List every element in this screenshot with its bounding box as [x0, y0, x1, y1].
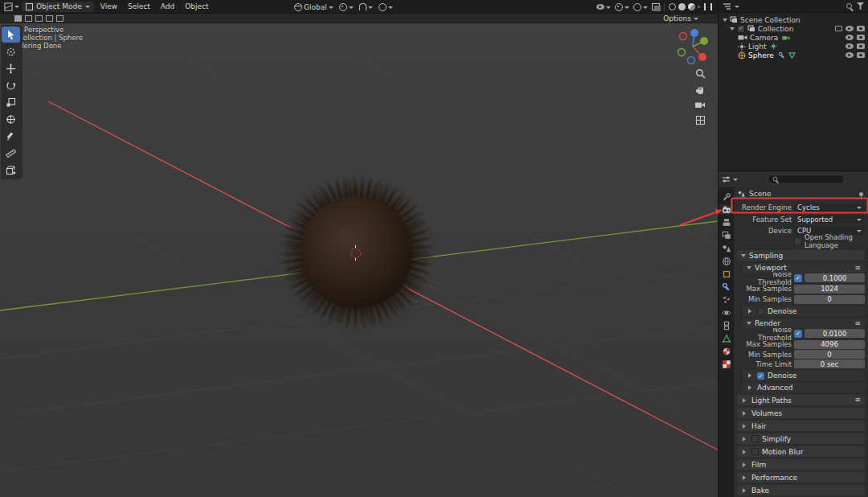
feature-set-dropdown[interactable]: Supported [794, 215, 865, 224]
panel-sampling[interactable]: Sampling [737, 250, 865, 261]
object-visibility-dropdown[interactable] [596, 3, 611, 11]
panel-performance[interactable]: Performance [737, 472, 865, 483]
motion-blur-checkbox[interactable] [751, 448, 759, 455]
gizmo-z-neg[interactable] [688, 57, 695, 64]
select-mode-new-button[interactable] [14, 15, 22, 22]
pivot-point-dropdown[interactable] [339, 3, 354, 11]
panel-film[interactable]: Film [737, 459, 865, 470]
vp-denoise-checkbox[interactable] [757, 308, 764, 315]
shading-rendered-button[interactable] [698, 6, 700, 8]
move-view-hand-icon[interactable] [695, 84, 706, 95]
tab-tool[interactable] [719, 191, 733, 202]
preset-menu-icon[interactable]: ≡ [854, 396, 861, 404]
panel-sampling-viewport[interactable]: Viewport ≡ [743, 263, 865, 273]
panel-simplify[interactable]: Simplify [737, 433, 865, 444]
shading-wireframe-button[interactable] [669, 3, 676, 10]
camera-visibility-icon[interactable] [857, 43, 865, 49]
editor-type-selector[interactable] [4, 2, 19, 11]
tool-transform[interactable] [2, 111, 20, 127]
mode-dropdown[interactable]: Object Mode [22, 2, 94, 12]
show-gizmo-dropdown[interactable] [615, 3, 629, 11]
tool-select-box[interactable] [2, 27, 20, 43]
tool-move[interactable] [2, 60, 20, 76]
tool-rotate[interactable] [2, 77, 20, 93]
properties-search-input[interactable] [768, 175, 845, 184]
osl-checkbox[interactable] [794, 237, 802, 245]
search-icon[interactable] [845, 2, 854, 10]
panel-light-paths[interactable]: Light Paths ≡ [737, 395, 865, 405]
tab-constraints[interactable] [719, 320, 733, 331]
preset-menu-icon[interactable]: ≡ [854, 265, 861, 272]
shading-solid-button[interactable] [678, 3, 686, 10]
snapping-dropdown[interactable] [359, 3, 373, 11]
outliner-row-sphere[interactable]: Sphere [719, 51, 868, 60]
tab-object[interactable] [719, 269, 733, 279]
pause-icon[interactable] [704, 3, 712, 10]
gizmo-z-axis[interactable] [690, 29, 698, 37]
r-noise-value-field[interactable]: 0.0100 [805, 329, 865, 338]
select-mode-invert-button[interactable] [46, 15, 53, 22]
eye-icon[interactable] [845, 26, 854, 31]
outliner-row-collection[interactable]: ✓ Collection [719, 24, 868, 33]
panel-hair[interactable]: Hair [737, 421, 865, 431]
tab-render[interactable] [719, 204, 733, 215]
panel-viewport-denoise[interactable]: Denoise [743, 306, 865, 316]
tab-world[interactable] [719, 256, 733, 266]
toggle-xray-button[interactable] [652, 3, 660, 10]
tab-view-layer[interactable] [719, 230, 733, 240]
select-mode-subtract-button[interactable] [35, 15, 43, 22]
transform-orientation-dropdown[interactable]: Global [294, 3, 334, 11]
panel-advanced[interactable]: Advanced [743, 383, 865, 392]
camera-visibility-icon[interactable] [857, 26, 865, 31]
r-denoise-checkbox[interactable]: ✓ [757, 372, 764, 380]
tool-annotate[interactable] [2, 128, 20, 144]
gizmo-x-neg[interactable] [680, 33, 687, 40]
vp-min-samples-field[interactable]: 0 [794, 295, 865, 304]
vp-max-samples-field[interactable]: 1024 [794, 285, 865, 294]
render-engine-dropdown[interactable]: Cycles [794, 203, 865, 212]
tab-scene[interactable] [719, 243, 733, 253]
tab-particles[interactable] [719, 294, 733, 305]
panel-sampling-render[interactable]: Render ≡ [743, 318, 865, 328]
gizmo-x-axis[interactable] [698, 53, 706, 61]
select-mode-extend-button[interactable] [25, 15, 32, 22]
panel-motion-blur[interactable]: Motion Blur [737, 446, 865, 457]
tool-add-primitive[interactable] [2, 162, 20, 178]
vp-noise-checkbox[interactable]: ✓ [794, 274, 802, 282]
ortho-grid-icon[interactable] [695, 115, 706, 125]
r-max-samples-field[interactable]: 4096 [794, 340, 865, 349]
r-noise-checkbox[interactable]: ✓ [794, 330, 802, 338]
eye-icon[interactable] [845, 35, 854, 40]
menu-select[interactable]: Select [124, 2, 154, 10]
tab-material[interactable] [719, 346, 733, 356]
gizmo-y-neg[interactable] [678, 49, 686, 56]
eye-icon[interactable] [845, 52, 854, 58]
filter-icon[interactable] [857, 2, 864, 10]
panel-bake[interactable]: Bake [737, 485, 865, 495]
outliner-row-camera[interactable]: Camera [719, 33, 868, 42]
menu-add[interactable]: Add [157, 2, 178, 10]
vp-noise-value-field[interactable]: 0.1000 [805, 273, 865, 282]
menu-object[interactable]: Object [181, 2, 212, 10]
panel-volumes[interactable]: Volumes [737, 408, 865, 418]
collection-checkbox[interactable]: ✓ [737, 25, 745, 33]
tab-object-data[interactable] [719, 333, 733, 343]
camera-visibility-icon[interactable] [857, 52, 865, 58]
tab-texture[interactable] [719, 359, 733, 369]
disclosure-triangle-icon[interactable] [723, 18, 727, 24]
tab-output[interactable] [719, 217, 733, 228]
tab-physics[interactable] [719, 307, 733, 318]
eye-icon[interactable] [845, 43, 854, 49]
show-overlays-dropdown[interactable] [633, 3, 648, 11]
gizmo-y-axis[interactable] [700, 37, 708, 45]
disclosure-triangle-icon[interactable] [730, 27, 735, 33]
options-dropdown[interactable]: Options [663, 14, 698, 23]
r-time-limit-field[interactable]: 0 sec [794, 359, 865, 368]
tab-modifiers[interactable] [719, 281, 733, 292]
camera-visibility-icon[interactable] [857, 35, 865, 40]
tool-measure[interactable] [2, 145, 20, 161]
outliner-row-scene-collection[interactable]: Scene Collection [719, 15, 868, 24]
proportional-editing-dropdown[interactable] [379, 3, 393, 11]
outliner-editor-icon[interactable] [723, 2, 731, 10]
preset-menu-icon[interactable]: ≡ [854, 320, 861, 327]
